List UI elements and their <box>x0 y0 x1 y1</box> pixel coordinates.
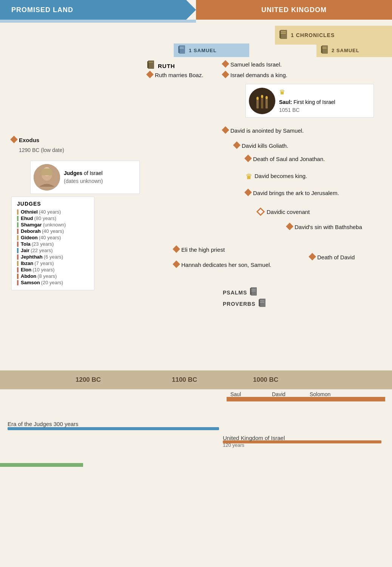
main-content: RUTH Ruth marries Boaz. Samuel leads Isr… <box>0 60 392 370</box>
judge-color-bar <box>17 229 19 234</box>
judge-color-bar <box>17 280 19 285</box>
svg-rect-6 <box>179 47 184 48</box>
judges-list: Othniel (40 years) Ehud (80 years) Shamg… <box>17 209 89 285</box>
promised-land-label: PROMISED LAND <box>11 6 73 14</box>
saul-portrait-info: ♛ Saul: First king of Israel 1051 BC <box>279 87 335 114</box>
judge-row: Elon (10 years) <box>17 267 89 273</box>
judge-name: Jair <box>21 248 29 253</box>
davidic-covenant-text: Davidic covenant <box>267 208 310 216</box>
ruth-book-row: RUTH <box>147 60 175 71</box>
david-goliath-text: David kills Goliath. <box>242 142 288 150</box>
david-sin-text: David's sin with Bathsheba <box>295 223 362 231</box>
samuel2-label: 2 SAMUEL <box>332 48 360 53</box>
israel-demands-event: Israel demands a king. <box>223 71 287 79</box>
svg-rect-2 <box>281 31 286 32</box>
psalms-item: PSALMS <box>223 287 258 297</box>
judge-years: (22 years) <box>31 248 53 253</box>
judge-years: (10 years) <box>32 267 55 273</box>
svg-rect-27 <box>251 289 256 290</box>
judge-row: Jephthah (6 years) <box>17 254 89 260</box>
diamond-icon <box>222 60 229 68</box>
david-king-text: David becomes king. <box>255 172 307 180</box>
judges-portrait-card: Judges of Israel (dates unknown) <box>30 161 140 194</box>
judge-years: (8 years) <box>37 273 57 279</box>
hannah-text: Hannah dedicates her son, Samuel. <box>181 261 271 269</box>
david-ark-event: David brings the ark to Jerusalem. <box>245 189 339 197</box>
covenant-icon <box>257 208 264 216</box>
judge-color-bar <box>17 242 19 247</box>
death-david-text: Death of David <box>317 253 355 261</box>
svg-point-21 <box>265 96 268 99</box>
saul-name: Saul: <box>279 99 292 105</box>
svg-rect-25 <box>251 287 257 296</box>
judge-name: Othniel <box>21 209 38 215</box>
diamond-icon <box>286 223 293 230</box>
death-saul-text: Death of Saul and Jonathan. <box>253 155 325 163</box>
svg-rect-12 <box>148 60 154 69</box>
timeline-1000: 1000 BC <box>253 376 278 384</box>
judge-color-bar <box>17 216 19 221</box>
diamond-icon <box>173 260 180 268</box>
book-icon-ruth <box>147 60 155 71</box>
judge-row: Shamgar (unknown) <box>17 222 89 228</box>
judges-portrait-image <box>34 164 60 191</box>
diamond-icon <box>244 189 252 196</box>
exodus-text: Exodus <box>19 136 39 144</box>
samuel-leads-event: Samuel leads Israel. <box>223 60 282 68</box>
judge-row: Ehud (80 years) <box>17 215 89 221</box>
proverbs-label: PROVERBS <box>223 301 256 307</box>
svg-rect-31 <box>260 301 264 301</box>
david-goliath-event: David kills Goliath. <box>234 142 288 150</box>
judge-color-bar <box>17 267 19 273</box>
judge-row: Deborah (40 years) <box>17 228 89 234</box>
judge-name: Deborah <box>21 228 41 234</box>
united-kingdom-label: UNITED KINGDOM <box>261 6 327 14</box>
diamond-icon <box>244 155 252 162</box>
book-icon-proverbs <box>259 299 266 309</box>
bottom-section <box>0 459 392 467</box>
judge-years: (40 years) <box>39 209 61 215</box>
judge-color-bar <box>17 209 19 215</box>
page-header: PROMISED LAND UNITED KINGDOM <box>0 0 392 20</box>
svg-rect-8 <box>322 45 328 54</box>
svg-rect-26 <box>250 288 252 295</box>
judge-name: Ibzan <box>21 260 33 266</box>
svg-rect-7 <box>179 48 184 49</box>
svg-rect-14 <box>148 62 153 63</box>
exodus-event: Exodus <box>11 136 64 144</box>
svg-rect-16 <box>256 99 259 108</box>
judge-name: Gideon <box>21 235 38 240</box>
samuel1-label: 1 SAMUEL <box>189 48 217 53</box>
era-united-years-label: 120 years <box>223 442 244 448</box>
ruth-marries-text: Ruth marries Boaz. <box>155 71 203 79</box>
subheader-bar <box>0 20 392 23</box>
judge-name: Jephthah <box>21 254 43 260</box>
judge-color-bar <box>17 254 19 260</box>
svg-point-19 <box>256 97 259 100</box>
book-chronicles-banner: 1 CHRONICLES <box>275 26 392 45</box>
timeline-1200: 1200 BC <box>76 376 101 384</box>
saul-portrait-card: ♛ Saul: First king of Israel 1051 BC <box>245 84 374 118</box>
judges-box-title: JUDGES <box>17 201 89 207</box>
proverbs-item: PROVERBS <box>223 299 266 309</box>
judge-name: Elon <box>21 267 31 273</box>
judge-name: Ehud <box>21 215 33 221</box>
david-anointed-event: David is anointed by Samuel. <box>223 127 304 135</box>
svg-rect-0 <box>280 30 287 39</box>
david-anointed-text: David is anointed by Samuel. <box>230 127 304 135</box>
judges-list-box: JUDGES Othniel (40 years) Ehud (80 years… <box>11 197 94 290</box>
diamond-icon <box>233 141 241 149</box>
book-icon-2samuel <box>321 45 329 56</box>
eli-text: Eli the high priest <box>181 246 225 254</box>
diamond-icon <box>222 71 229 78</box>
svg-rect-29 <box>259 299 265 307</box>
diamond-icon <box>222 126 229 134</box>
svg-rect-10 <box>322 47 327 48</box>
judge-row: Gideon (40 years) <box>17 235 89 240</box>
judge-name: Shamgar <box>21 222 42 228</box>
timeline-1100: 1100 BC <box>172 376 197 384</box>
era-united-label: United Kingdom of Israel <box>223 435 285 441</box>
judge-name: Samson <box>21 280 40 285</box>
era-section: Era of the Judges 300 years United Kingd… <box>0 410 392 459</box>
david-king-event: ♛ David becomes king. <box>245 172 307 181</box>
